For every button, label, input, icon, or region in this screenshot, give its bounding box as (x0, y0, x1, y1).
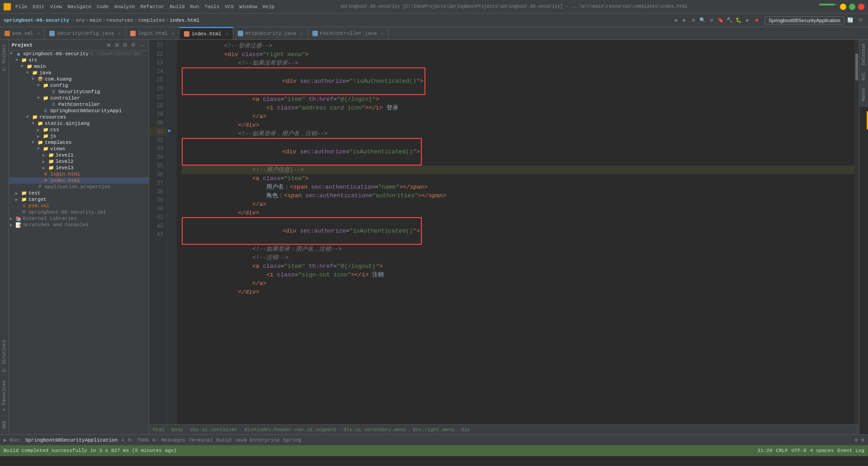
forward-icon[interactable]: ▶ (680, 16, 689, 24)
menu-navigate[interactable]: Navigate (67, 4, 91, 10)
breadcrumb-div-right[interactable]: div.right.menu (413, 427, 454, 433)
run-app-name[interactable]: Springboot08SecurityApplication (25, 437, 118, 443)
tree-item-external-libs[interactable]: ▶ 📚 External Libraries (9, 215, 149, 222)
java-enterprise-tab[interactable]: Java Enterprise (235, 437, 280, 443)
spring-tab[interactable]: Spring (283, 437, 302, 443)
recent-files-icon[interactable]: ⊞ (689, 16, 698, 24)
window-controls[interactable] (819, 4, 864, 10)
tab-http-security[interactable]: HttpSecurity.java ✕ (233, 27, 308, 39)
tree-item-springboot-app[interactable]: C Springboot08SecurityAppl (9, 108, 149, 114)
menu-analyze[interactable]: Analyze (114, 4, 135, 10)
settings-run-icon[interactable]: ⚙ (855, 437, 858, 443)
menu-file[interactable]: File (15, 4, 27, 10)
build-icon[interactable]: 🔨 (726, 16, 734, 24)
tree-item-resources[interactable]: ▼ 📁 resources (9, 114, 149, 120)
tree-item-security-config[interactable]: C SecurityConfig (9, 89, 149, 95)
tree-item-com-kuang[interactable]: ▼ 📦 com.kuang (9, 76, 149, 82)
maven-panel-label[interactable]: Maven (860, 84, 867, 105)
build-tab[interactable]: Build (217, 437, 231, 443)
tree-item-views[interactable]: ▼ 📁 views (9, 146, 149, 152)
tree-item-root[interactable]: ▼ ◼ springboot-08-security C:\IdeaProjec… (9, 51, 149, 57)
tree-item-css[interactable]: ▶ 📁 css (9, 127, 149, 133)
tab-pom-xml[interactable]: pom.xml ✕ (0, 27, 45, 39)
panel-icon-settings[interactable]: ⚙ (130, 42, 137, 48)
tree-item-java[interactable]: ▼ 📁 java (9, 70, 149, 76)
code-editor[interactable]: 21 22 23 24 25 26 27 28 29 30 31 32 33 3… (149, 40, 859, 424)
close-pathcontroller-tab[interactable]: ✕ (381, 31, 383, 36)
encoding[interactable]: UTF-8 (792, 448, 807, 453)
menu-bar[interactable]: File Edit View Navigate Code Analyze Ref… (15, 4, 274, 10)
close-index-tab[interactable]: ✕ (226, 31, 228, 37)
indent-setting[interactable]: 4 spaces (810, 448, 834, 453)
tab-path-controller[interactable]: PathController.java ✕ (308, 27, 388, 39)
menu-view[interactable]: View (50, 4, 62, 10)
expand-run-icon[interactable]: ⊞ (861, 437, 864, 443)
debug-icon[interactable]: 🐛 (735, 16, 743, 24)
menu-tools[interactable]: Tools (204, 4, 219, 10)
menu-vcs[interactable]: VCS (225, 4, 234, 10)
tree-item-path-controller[interactable]: C PathController (9, 101, 149, 108)
messages-tab[interactable]: 0: Messages (152, 437, 185, 443)
panel-icon-close[interactable]: — (138, 42, 146, 48)
close-security-tab[interactable]: ✕ (118, 31, 121, 36)
refresh-icon[interactable]: 🔄 (846, 16, 854, 24)
close-button[interactable] (858, 4, 864, 10)
tab-login-html[interactable]: login.html ✕ (126, 27, 179, 39)
tab-security-config[interactable]: SecurityConfig.java ✕ (45, 27, 125, 39)
tree-item-level3[interactable]: ▶ 📁 level3 (9, 165, 149, 171)
run-icon[interactable]: ▶ (744, 16, 752, 24)
sync-icon[interactable]: ⟳ (856, 16, 864, 24)
breadcrumb-main[interactable]: main (90, 18, 101, 23)
menu-build[interactable]: Build (170, 4, 184, 10)
tree-item-controller[interactable]: ▼ 📁 controller (9, 95, 149, 101)
menu-help[interactable]: Help (263, 4, 274, 10)
tree-item-target[interactable]: ▶ 📁 target (9, 196, 149, 203)
tree-item-level2[interactable]: ▶ 📁 level2 (9, 158, 149, 165)
tree-item-pom-xml[interactable]: X pom.xml (9, 203, 149, 209)
event-log[interactable]: Event Log (838, 448, 864, 453)
terminal-tab[interactable]: Terminal (189, 437, 213, 443)
tree-item-app-properties[interactable]: P application.properties (9, 184, 149, 190)
tree-item-main[interactable]: ▼ 📁 main (9, 63, 149, 70)
maximize-button[interactable] (849, 4, 855, 10)
ant-panel-label[interactable]: Ant (860, 69, 867, 84)
breadcrumb-html[interactable]: html (153, 427, 165, 433)
breadcrumb-div-header[interactable]: div#index-header-nav.ui.segment (244, 427, 337, 433)
minimize-button[interactable] (840, 4, 846, 10)
sidebar-structure-label[interactable]: Z: Structure (1, 336, 8, 376)
run-close[interactable]: ✕ (121, 437, 124, 443)
line-separator[interactable]: CRLF (776, 448, 788, 453)
tree-item-config[interactable]: ▼ 📁 config (9, 82, 149, 89)
panel-icon-expand[interactable]: ⊞ (113, 42, 120, 48)
breadcrumb-index-html[interactable]: index.html (170, 18, 199, 23)
close-login-tab[interactable]: ✕ (172, 31, 175, 36)
tree-item-js[interactable]: ▶ 📁 js (9, 133, 149, 139)
tree-item-login-html[interactable]: H login.html (9, 171, 149, 177)
breadcrumb-div-menu[interactable]: div.ui.secondary.menu (344, 427, 406, 433)
breadcrumb-src[interactable]: src (76, 18, 85, 23)
breadcrumb-templates[interactable]: templates (138, 18, 165, 23)
editor-scrollbar[interactable] (854, 40, 859, 424)
breadcrumb-div-container[interactable]: div.ui.container (190, 427, 238, 433)
scrollbar-thumb[interactable] (855, 53, 858, 81)
sidebar-web-label[interactable]: Web (1, 417, 8, 433)
breadcrumb-resources[interactable]: resources (106, 18, 133, 23)
tree-item-level1[interactable]: ▶ 📁 level1 (9, 152, 149, 158)
bookmark-icon[interactable]: 🔖 (717, 16, 725, 24)
menu-refactor[interactable]: Refactor (141, 4, 165, 10)
tree-item-src[interactable]: ▼ 📁 src (9, 57, 149, 63)
code-content[interactable]: <!--登录注册--> <div class="right menu"> <!-… (176, 40, 859, 424)
tab-index-html[interactable]: index.html ✕ (179, 27, 233, 39)
breadcrumb-body[interactable]: body (171, 427, 183, 433)
close-httpsecurity-tab[interactable]: ✕ (300, 31, 303, 36)
close-pom-tab[interactable]: ✕ (37, 31, 40, 36)
database-panel-label[interactable]: Database (860, 40, 867, 69)
tree-item-templates[interactable]: ▼ 📁 templates (9, 139, 149, 146)
run-config-selector[interactable]: Springboot08SecurityApplication (764, 16, 844, 24)
todo-tab[interactable]: 6: TODO (128, 437, 149, 443)
breadcrumb-div[interactable]: div (461, 427, 470, 433)
menu-window[interactable]: Window (239, 4, 257, 10)
stop-icon[interactable]: ■ (753, 16, 761, 24)
tree-item-static[interactable]: ▼ 📁 static.qinjiang (9, 120, 149, 127)
tree-item-iml[interactable]: M springboot-08-security.iml (9, 209, 149, 215)
